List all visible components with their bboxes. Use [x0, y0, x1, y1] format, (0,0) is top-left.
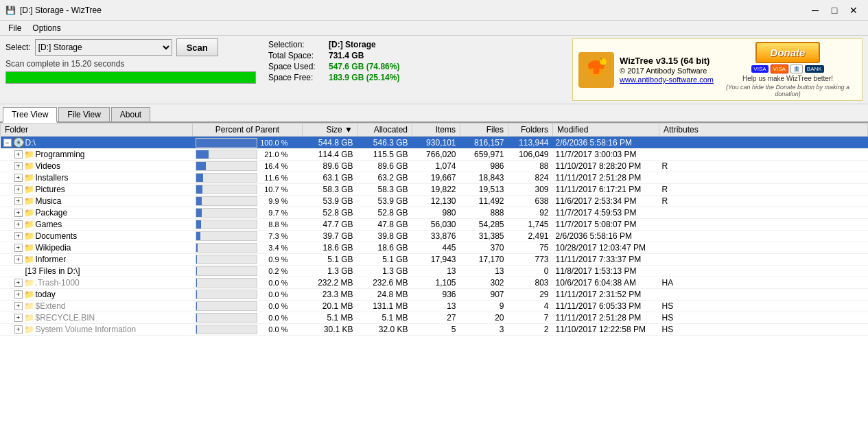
folder-name: Musica [36, 196, 62, 206]
maximize-button[interactable]: □ [825, 3, 843, 17]
allocated-cell: 32.0 KB [357, 324, 412, 336]
col-allocated[interactable]: Allocated [357, 124, 412, 137]
scan-button[interactable]: Scan [176, 38, 218, 56]
expand-icon[interactable]: + [14, 314, 23, 322]
expand-icon[interactable]: + [14, 232, 23, 240]
title-bar-left: 💾 [D:] Storage - WizTree [5, 5, 102, 15]
folder-icon: 📁 [24, 161, 34, 171]
col-files[interactable]: Files [460, 124, 508, 137]
folder-cell: +📁.Trash-1000 [1, 277, 193, 289]
progress-bar-container [5, 71, 256, 84]
size-cell: 5.1 MB [303, 312, 357, 324]
attributes-cell: HS [659, 301, 868, 312]
donate-button[interactable]: Donate [755, 42, 821, 63]
col-items[interactable]: Items [412, 124, 460, 137]
allocated-cell: 5.1 GB [357, 254, 412, 266]
expand-icon[interactable]: + [14, 162, 23, 170]
expand-icon[interactable]: + [14, 174, 23, 182]
col-percent[interactable]: Percent of Parent [193, 124, 303, 137]
expand-icon[interactable]: + [14, 302, 23, 310]
table-row[interactable]: +📁System Volume Information0.0 %30.1 KB3… [1, 324, 868, 336]
menu-file[interactable]: File [3, 22, 27, 34]
folder-name: Package [36, 208, 68, 218]
space-used-value: 547.6 GB (74.86%) [329, 62, 399, 71]
col-attributes[interactable]: Attributes [659, 124, 868, 137]
minimize-button[interactable]: ─ [806, 3, 824, 17]
col-modified[interactable]: Modified [553, 124, 659, 137]
close-button[interactable]: ✕ [845, 3, 863, 17]
expand-icon[interactable]: + [14, 209, 23, 217]
table-row[interactable]: +📁$RECYCLE.BIN0.0 %5.1 MB5.1 MB2720711/1… [1, 312, 868, 324]
folder-name: System Volume Information [36, 325, 137, 334]
title-bar: 💾 [D:] Storage - WizTree ─ □ ✕ [0, 0, 868, 21]
tab-tree-view[interactable]: Tree View [3, 107, 57, 123]
table-row[interactable]: +📁Programming21.0 %114.4 GB115.5 GB766,0… [1, 149, 868, 161]
tree-view-container[interactable]: Folder Percent of Parent Size ▼ Allocate… [0, 123, 868, 431]
table-row[interactable]: +📁Games8.8 %47.7 GB47.8 GB56,03054,2851,… [1, 219, 868, 231]
expand-icon[interactable]: + [14, 197, 23, 205]
wiztree-copyright: © 2017 Antibody Software [620, 67, 714, 75]
folder-cell: +📁Videos [1, 161, 193, 172]
info-space-used-row: Space Used: 547.6 GB (74.86%) [268, 62, 572, 71]
percent-cell: 11.6 % [193, 172, 303, 184]
table-row[interactable]: +📁Package9.7 %52.8 GB52.8 GB9808889211/7… [1, 207, 868, 219]
expand-icon[interactable]: + [14, 290, 23, 299]
table-row[interactable]: +📁Installers11.6 %63.1 GB63.2 GB19,66718… [1, 172, 868, 184]
table-row[interactable]: +📁$Extend0.0 %20.1 MB131.1 MB139411/11/2… [1, 301, 868, 312]
tab-about[interactable]: About [111, 107, 150, 121]
attributes-cell [659, 207, 868, 219]
col-folders[interactable]: Folders [508, 124, 553, 137]
drive-select[interactable]: [D:] Storage [35, 39, 172, 56]
table-row[interactable]: +📁.Trash-10000.0 %232.2 MB232.6 MB1,1053… [1, 277, 868, 289]
expand-icon[interactable]: + [14, 150, 23, 159]
table-row[interactable]: +📁Informer0.9 %5.1 GB5.1 GB17,94317,1707… [1, 254, 868, 266]
table-row[interactable]: −💽D:\100.0 %544.8 GB546.3 GB930,101816,1… [1, 137, 868, 149]
table-row[interactable]: [13 Files in D:\]0.2 %1.3 GB1.3 GB131301… [1, 266, 868, 277]
info-panel: Selection: [D:] Storage Total Space: 731… [263, 38, 572, 101]
folder-cell: +📁today [1, 289, 193, 301]
col-size[interactable]: Size ▼ [303, 124, 357, 137]
folders-cell: 88 [508, 161, 553, 172]
modified-cell: 11/10/2017 12:22:58 PM [553, 324, 659, 336]
expand-icon[interactable]: + [14, 185, 23, 194]
folder-cell: +📁$Extend [1, 301, 193, 312]
folders-cell: 106,049 [508, 149, 553, 161]
table-row[interactable]: +📁today0.0 %23.3 MB24.8 MB9369072911/11/… [1, 289, 868, 301]
select-label: Select: [5, 43, 31, 52]
items-cell: 19,822 [412, 184, 460, 196]
table-row[interactable]: +📁Videos16.4 %89.6 GB89.6 GB1,0749868811… [1, 161, 868, 172]
items-cell: 1,105 [412, 277, 460, 289]
folder-name: today [36, 290, 56, 299]
table-row[interactable]: +📁Documents7.3 %39.7 GB39.8 GB33,87631,3… [1, 231, 868, 242]
expand-icon[interactable]: + [14, 279, 23, 287]
folder-icon: 📁 [24, 290, 34, 299]
allocated-cell: 546.3 GB [357, 137, 412, 149]
tab-file-view[interactable]: File View [58, 107, 109, 121]
col-folder[interactable]: Folder [1, 124, 193, 137]
expand-icon[interactable]: − [3, 139, 12, 147]
table-row[interactable]: +📁Wikipedia3.4 %18.6 GB18.6 GB4453707510… [1, 242, 868, 254]
percent-cell: 10.7 % [193, 184, 303, 196]
files-cell: 816,157 [460, 137, 508, 149]
files-cell: 19,513 [460, 184, 508, 196]
folder-icon: 📁 [24, 173, 34, 183]
expand-icon[interactable]: + [14, 220, 23, 229]
percent-cell: 0.9 % [193, 254, 303, 266]
folders-cell: 0 [508, 266, 553, 277]
attributes-cell: R [659, 161, 868, 172]
expand-icon[interactable]: + [14, 244, 23, 252]
items-cell: 936 [412, 289, 460, 301]
allocated-cell: 52.8 GB [357, 207, 412, 219]
expand-icon[interactable]: + [14, 325, 23, 334]
space-used-label: Space Used: [268, 62, 323, 71]
table-row[interactable]: +📁Pictures10.7 %58.3 GB58.3 GB19,82219,5… [1, 184, 868, 196]
expand-icon[interactable]: + [14, 255, 23, 264]
table-row[interactable]: +📁Musica9.9 %53.9 GB53.9 GB12,13011,4926… [1, 196, 868, 207]
items-cell: 19,667 [412, 172, 460, 184]
allocated-cell: 63.2 GB [357, 172, 412, 184]
menu-options[interactable]: Options [27, 22, 66, 34]
size-cell: 1.3 GB [303, 266, 357, 277]
folder-icon: 📁 [24, 220, 34, 229]
size-cell: 5.1 GB [303, 254, 357, 266]
folder-name: Pictures [36, 185, 65, 194]
